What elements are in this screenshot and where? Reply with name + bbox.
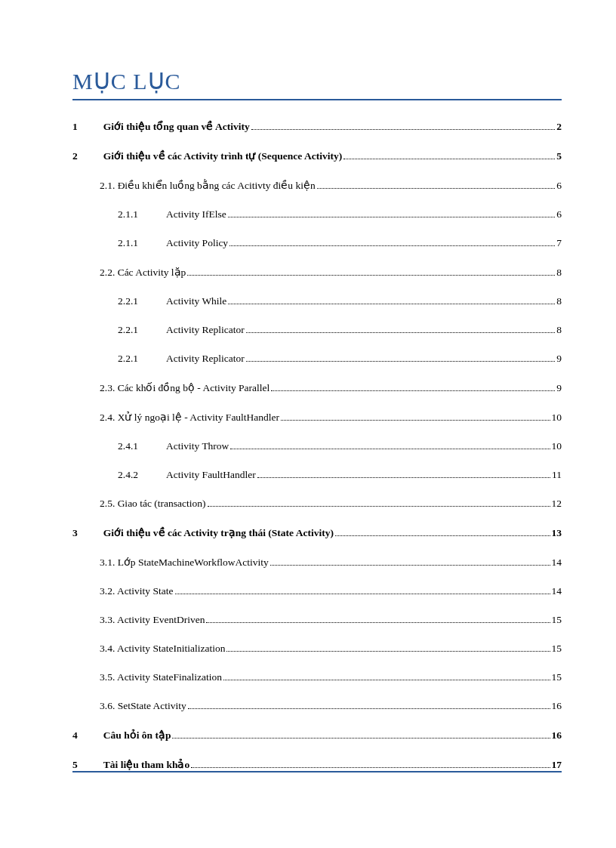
toc-title: MỤC LỤC: [72, 68, 562, 94]
title-underline: [72, 99, 562, 100]
toc-entry: 1Giới thiệu tổng quan về Activity 2: [72, 120, 562, 133]
entry-number: 2.2.1: [118, 324, 166, 336]
dot-leader: [228, 304, 555, 304]
entry-page: 16: [552, 729, 562, 742]
entry-text: Activity Replicator: [166, 324, 245, 336]
dot-leader: [175, 594, 550, 594]
toc-entry: 3.4. Activity StateInitialization 15: [72, 643, 562, 655]
dot-leader: [206, 622, 550, 623]
entry-text: 2.5. Giao tác (transaction): [100, 498, 206, 510]
entry-text: Câu hỏi ôn tập: [103, 729, 171, 742]
toc-entry: 3.3. Activity EventDriven 15: [72, 614, 562, 626]
toc-entry: 2.1.1Activity Policy7: [72, 237, 562, 249]
dot-leader: [281, 420, 550, 421]
toc-entry: 2.2.1Activity Replicator8: [72, 324, 562, 336]
dot-leader: [270, 565, 550, 566]
toc-entry: 2.2. Các Activity lặp 8: [72, 266, 562, 279]
dot-leader: [208, 506, 550, 507]
entry-page: 8: [556, 267, 562, 279]
toc-entry: 4Câu hỏi ôn tập16: [72, 729, 562, 742]
entry-text: Activity IfElse: [166, 208, 226, 220]
dot-leader: [229, 245, 555, 246]
entry-text: Giới thiệu về các Activity trình tự (Seq…: [103, 150, 342, 162]
dot-leader: [246, 332, 555, 333]
entry-page: 13: [552, 527, 562, 539]
entry-number: 2.1.1: [118, 237, 166, 249]
entry-page: 7: [556, 237, 562, 249]
entry-number: 3: [72, 527, 78, 539]
entry-number: 2.4.2: [118, 469, 166, 481]
toc-entry: 2.2.1Activity Replicator9: [72, 353, 562, 365]
toc-entry: 3.2. Activity State 14: [72, 585, 562, 597]
dot-leader: [343, 159, 555, 159]
entry-page: 6: [556, 208, 562, 220]
dot-leader: [246, 361, 555, 362]
entry-text: 3.1. Lớp StateMachineWorkflowActivity: [100, 556, 269, 569]
entry-page: 5: [556, 150, 562, 162]
dot-leader: [271, 390, 555, 391]
entry-page: 15: [552, 643, 562, 655]
dot-leader: [172, 738, 550, 739]
entry-text: 2.3. Các khối đồng bộ - Activity Paralle…: [100, 381, 270, 394]
entry-page: 10: [552, 412, 562, 424]
entry-text: 3.6. SetState Activity: [100, 700, 186, 712]
entry-text: Activity While: [166, 295, 226, 307]
toc-entry: 2.4. Xử lý ngoại lệ - Activity FaultHand…: [72, 411, 562, 424]
entry-page: 9: [556, 353, 562, 365]
entry-page: 17: [552, 759, 562, 771]
entry-page: 10: [552, 440, 562, 452]
entry-number: 1: [72, 121, 78, 133]
entry-number: 4: [72, 729, 78, 742]
entry-page: 15: [552, 614, 562, 626]
toc-entry: 2.4.1Activity Throw10: [72, 440, 562, 452]
toc-entry: 2.2.1Activity While8: [72, 295, 562, 307]
entry-text: 2.2. Các Activity lặp: [100, 266, 186, 279]
entry-page: 8: [556, 324, 562, 336]
entry-number: 2.2.1: [118, 295, 166, 307]
dot-leader: [317, 188, 556, 189]
entry-number: 2: [72, 150, 78, 162]
dot-leader: [226, 651, 550, 652]
entry-page: 12: [552, 498, 562, 510]
entry-text: Activity FaultHandler: [166, 469, 256, 481]
entry-text: Activity Replicator: [166, 353, 245, 365]
toc-entry: 2.3. Các khối đồng bộ - Activity Paralle…: [72, 381, 562, 394]
entry-text: Giới thiệu tổng quan về Activity: [103, 120, 250, 133]
toc-entry: 3.1. Lớp StateMachineWorkflowActivity 14: [72, 556, 562, 569]
entry-text: 2.4. Xử lý ngoại lệ - Activity FaultHand…: [100, 411, 279, 424]
entry-page: 2: [556, 121, 562, 133]
entry-text: 2.1. Điều khiển luồng bằng các Acitivty …: [100, 179, 316, 192]
toc-entry: 3.5. Activity StateFinalization 15: [72, 671, 562, 683]
entry-page: 9: [556, 382, 562, 394]
toc-entry: 2.1. Điều khiển luồng bằng các Acitivty …: [72, 179, 562, 192]
entry-text: Giới thiệu về các Activity trạng thái (S…: [103, 526, 334, 539]
entry-text: 3.5. Activity StateFinalization: [100, 671, 222, 683]
entry-page: 11: [552, 469, 562, 481]
dot-leader: [230, 449, 550, 449]
toc-entry: 2.1.1Activity IfElse6: [72, 208, 562, 220]
entry-page: 16: [552, 700, 562, 712]
toc-entry: 2.5. Giao tác (transaction) 12: [72, 498, 562, 510]
entry-text: 3.3. Activity EventDriven: [100, 614, 205, 626]
entry-text: 3.2. Activity State: [100, 585, 174, 597]
toc-container: 1Giới thiệu tổng quan về Activity 22Giới…: [72, 120, 562, 771]
entry-page: 14: [552, 557, 562, 569]
toc-entry: 3.6. SetState Activity 16: [72, 700, 562, 712]
dot-leader: [187, 275, 555, 276]
toc-entry: 3Giới thiệu về các Activity trạng thái (…: [72, 526, 562, 539]
entry-text: Tài liệu tham khảo: [103, 758, 189, 771]
dot-leader: [228, 217, 555, 217]
entry-text: Activity Throw: [166, 440, 229, 452]
entry-page: 15: [552, 671, 562, 683]
entry-number: 2.2.1: [118, 353, 166, 365]
dot-leader: [191, 767, 550, 768]
toc-entry: 5Tài liệu tham khảo17: [72, 758, 562, 771]
entry-text: Activity Policy: [166, 237, 228, 249]
entry-text: 3.4. Activity StateInitialization: [100, 643, 225, 655]
entry-page: 8: [556, 295, 562, 307]
entry-page: 14: [552, 585, 562, 597]
dot-leader: [335, 535, 550, 536]
entry-number: 2.1.1: [118, 208, 166, 220]
entry-number: 5: [72, 759, 78, 771]
entry-number: 2.4.1: [118, 440, 166, 452]
